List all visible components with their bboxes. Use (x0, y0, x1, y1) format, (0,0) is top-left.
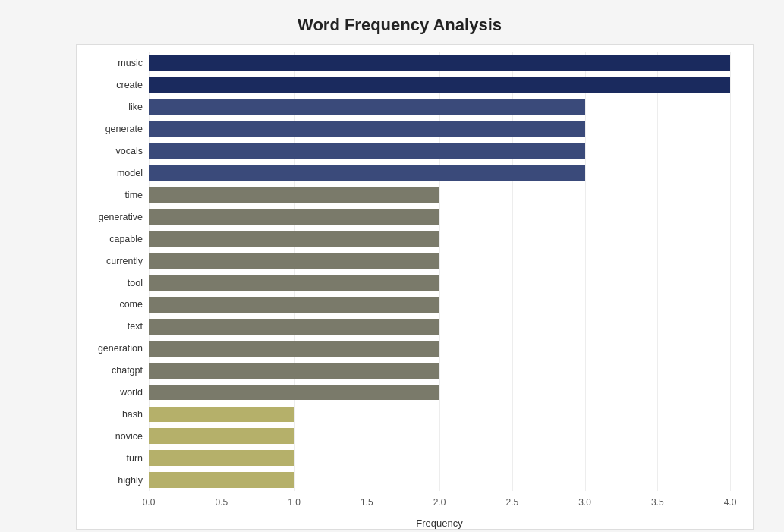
word-label-novice: novice (78, 431, 143, 442)
bar-row-vocals: vocals (149, 140, 730, 162)
bar-row-generation: generation (149, 338, 730, 360)
bar-fill-chatgpt (149, 363, 439, 379)
bar-row-create: create (149, 74, 730, 96)
chart-area: musiccreatelikegeneratevocalsmodeltimege… (76, 44, 754, 530)
x-tick-1: 0.5 (215, 497, 228, 508)
bar-row-music: music (149, 52, 730, 74)
bar-fill-like (149, 99, 585, 115)
bar-row-generate: generate (149, 118, 730, 140)
bar-row-currently: currently (149, 250, 730, 272)
x-tick-0: 0.0 (143, 497, 156, 508)
bar-row-hash: hash (149, 404, 730, 426)
word-label-generative: generative (78, 212, 143, 222)
word-label-tool: tool (78, 278, 143, 288)
bar-fill-generation (149, 341, 439, 357)
bar-row-novice: novice (149, 425, 730, 447)
bar-fill-text (149, 319, 439, 335)
word-label-generation: generation (78, 343, 143, 354)
bar-fill-capable (149, 231, 439, 247)
bar-fill-generate (149, 121, 585, 137)
bar-row-highly: highly (149, 469, 730, 491)
inner-chart: musiccreatelikegeneratevocalsmodeltimege… (149, 52, 730, 491)
word-label-music: music (78, 58, 143, 68)
bar-fill-highly (149, 472, 294, 488)
bar-fill-create (149, 77, 730, 93)
word-label-highly: highly (78, 475, 143, 486)
x-tick-3: 1.5 (361, 497, 373, 508)
bar-fill-hash (149, 407, 294, 423)
x-tick-8: 4.0 (724, 497, 737, 508)
bar-fill-currently (149, 253, 439, 269)
x-tick-2: 1.0 (288, 497, 301, 508)
bar-row-chatgpt: chatgpt (149, 360, 730, 382)
bar-fill-world (149, 385, 439, 401)
grid-line-8 (730, 52, 731, 491)
word-label-chatgpt: chatgpt (78, 365, 143, 376)
bar-fill-novice (149, 428, 294, 444)
bar-row-capable: capable (149, 228, 730, 250)
x-tick-7: 3.5 (651, 497, 664, 508)
word-label-text: text (78, 321, 143, 332)
word-label-like: like (78, 102, 143, 112)
bar-fill-turn (149, 450, 294, 466)
word-label-time: time (78, 190, 143, 200)
bars-container: musiccreatelikegeneratevocalsmodeltimege… (149, 52, 730, 491)
word-label-generate: generate (78, 124, 143, 134)
word-label-come: come (78, 299, 143, 310)
bar-fill-vocals (149, 143, 585, 159)
bar-row-turn: turn (149, 447, 730, 469)
x-axis-label: Frequency (149, 518, 730, 529)
bar-fill-time (149, 187, 439, 203)
chart-container: Word Frequency Analysis musiccreatelikeg… (0, 0, 784, 532)
word-label-hash: hash (78, 409, 143, 420)
bar-fill-tool (149, 275, 439, 291)
bar-row-model: model (149, 162, 730, 184)
x-tick-4: 2.0 (433, 497, 446, 508)
x-axis: 0.0 0.5 1.0 1.5 2.0 2.5 3.0 3.5 4.0 (149, 497, 730, 512)
word-label-turn: turn (78, 453, 143, 464)
word-label-currently: currently (78, 256, 143, 266)
word-label-vocals: vocals (78, 146, 143, 156)
word-label-model: model (78, 168, 143, 178)
bar-row-generative: generative (149, 206, 730, 228)
bar-fill-come (149, 297, 439, 313)
word-label-world: world (78, 387, 143, 398)
bar-row-world: world (149, 382, 730, 404)
bar-row-come: come (149, 294, 730, 316)
word-label-capable: capable (78, 234, 143, 244)
bar-row-like: like (149, 96, 730, 118)
bar-fill-music (149, 55, 730, 71)
bar-fill-model (149, 165, 585, 181)
bar-row-text: text (149, 316, 730, 338)
word-label-create: create (78, 80, 143, 90)
x-tick-5: 2.5 (505, 497, 518, 508)
bar-row-tool: tool (149, 272, 730, 294)
bar-fill-generative (149, 209, 439, 225)
chart-title: Word Frequency Analysis (76, 15, 754, 35)
x-tick-6: 3.0 (578, 497, 591, 508)
bar-row-time: time (149, 184, 730, 206)
